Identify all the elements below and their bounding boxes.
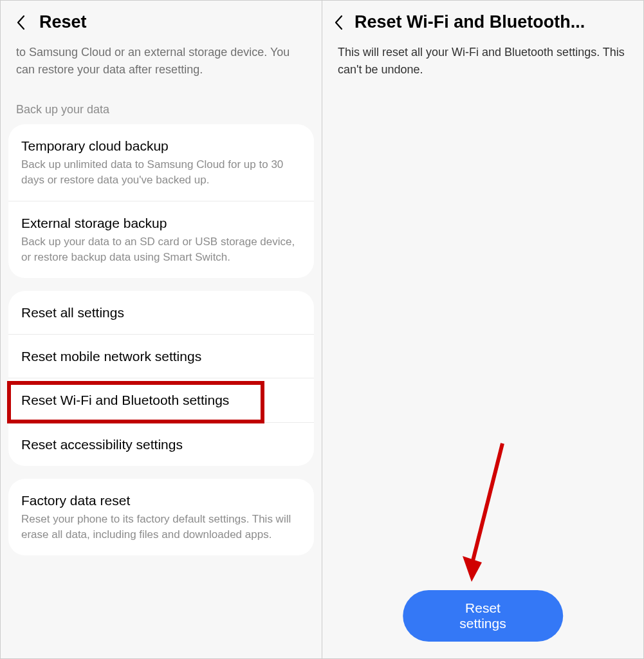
reset-wifi-bluetooth-item[interactable]: Reset Wi-Fi and Bluetooth settings [8, 378, 314, 422]
page-title: Reset [39, 12, 87, 32]
reset-card: Reset all settings Reset mobile network … [8, 291, 314, 466]
chevron-left-icon [334, 15, 343, 30]
backup-card: Temporary cloud backup Back up unlimited… [8, 124, 314, 278]
item-title: Reset mobile network settings [21, 348, 301, 365]
item-desc: Reset your phone to its factory default … [21, 512, 301, 543]
svg-line-0 [472, 443, 502, 566]
item-title: Reset all settings [21, 304, 301, 321]
section-label: Back up your data [1, 84, 322, 124]
back-button[interactable] [14, 15, 28, 30]
factory-card: Factory data reset Reset your phone to i… [8, 479, 314, 555]
svg-marker-1 [463, 556, 482, 582]
item-title: Reset accessibility settings [21, 436, 301, 453]
intro-text: to Samsung Cloud or an external storage … [1, 44, 322, 84]
item-title: Reset Wi-Fi and Bluetooth settings [21, 391, 301, 409]
item-desc: Back up your data to an SD card or USB s… [21, 234, 301, 265]
description-text: This will reset all your Wi-Fi and Bluet… [322, 44, 643, 84]
item-title: External storage backup [21, 214, 301, 232]
reset-settings-button[interactable]: Reset settings [403, 590, 564, 642]
reset-accessibility-item[interactable]: Reset accessibility settings [8, 422, 314, 466]
reset-mobile-network-item[interactable]: Reset mobile network settings [8, 334, 314, 378]
page-title: Reset Wi-Fi and Bluetooth... [354, 12, 585, 32]
arrow-annotation [451, 437, 515, 594]
temporary-cloud-backup-item[interactable]: Temporary cloud backup Back up unlimited… [8, 124, 314, 201]
reset-all-settings-item[interactable]: Reset all settings [8, 291, 314, 334]
chevron-left-icon [16, 15, 25, 30]
item-title: Factory data reset [21, 492, 301, 509]
external-storage-backup-item[interactable]: External storage backup Back up your dat… [8, 201, 314, 278]
item-desc: Back up unlimited data to Samsung Cloud … [21, 157, 301, 188]
item-title: Temporary cloud backup [21, 137, 301, 154]
factory-data-reset-item[interactable]: Factory data reset Reset your phone to i… [8, 479, 314, 555]
back-button[interactable] [331, 15, 345, 30]
